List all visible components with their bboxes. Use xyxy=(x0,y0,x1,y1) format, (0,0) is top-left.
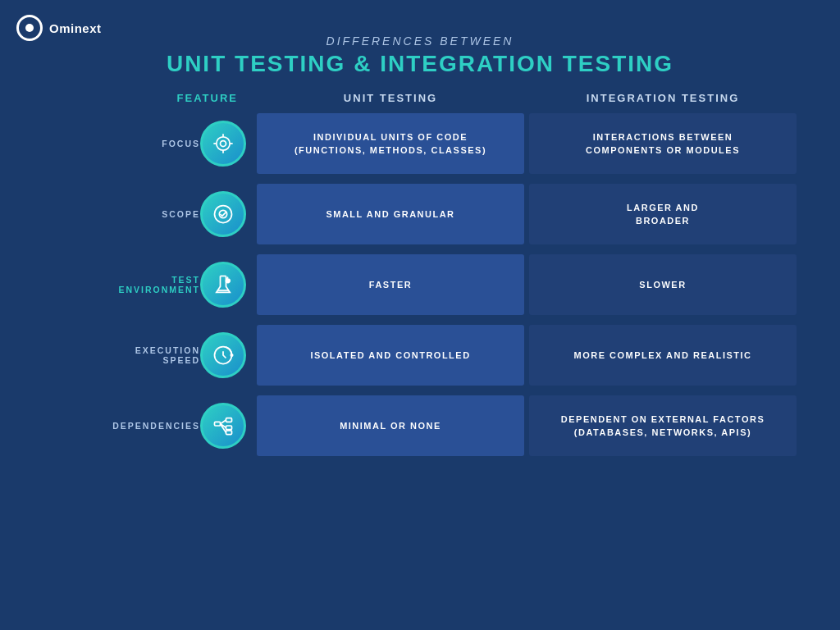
integration-text-scope: LARGER ANDBROADER xyxy=(627,201,699,228)
logo: Ominext xyxy=(16,15,102,41)
svg-point-10 xyxy=(231,354,232,356)
svg-point-0 xyxy=(221,141,226,147)
integration-cell-focus: INTERACTIONS BETWEENCOMPONENTS OR MODULE… xyxy=(529,113,797,174)
page-header: DIFFERENCES BETWEEN UNIT TESTING & INTEG… xyxy=(0,0,840,77)
svg-rect-12 xyxy=(226,418,232,422)
integration-cell-dependencies: DEPENDENT ON EXTERNAL FACTORS(DATABASES,… xyxy=(529,395,797,456)
unit-text-dependencies: MINIMAL OR NONE xyxy=(340,419,441,433)
column-headers: FEATURE UNIT TESTING INTEGRATION TESTING xyxy=(41,92,799,104)
svg-rect-14 xyxy=(226,431,232,435)
integration-text-execution-speed: MORE COMPLEX AND REALISTIC xyxy=(573,349,751,363)
table-row: TESTENVIRONMENT FASTER SLOWER xyxy=(41,252,799,317)
col-header-feature: FEATURE xyxy=(90,92,254,104)
table-row: SCOPE SMALL AND GRANULAR LARGER ANDBROAD… xyxy=(41,181,799,247)
integration-text-test-environment: SLOWER xyxy=(639,278,686,292)
header-title: UNIT TESTING & INTEGRATION TESTING xyxy=(0,51,840,77)
table-rows: FOCUS INDIVIDUAL UNITS OF CODE(FUNCTIONS… xyxy=(41,111,799,459)
col-header-integration: INTEGRATION TESTING xyxy=(527,92,799,104)
unit-cell-scope: SMALL AND GRANULAR xyxy=(257,184,524,244)
icon-focus xyxy=(200,121,246,167)
unit-cell-focus: INDIVIDUAL UNITS OF CODE(FUNCTIONS, METH… xyxy=(257,113,524,174)
feature-label-execution-speed: EXECUTIONSPEED xyxy=(126,345,200,365)
feature-label-focus: FOCUS xyxy=(126,139,200,148)
svg-point-8 xyxy=(226,279,231,283)
comparison-table: FEATURE UNIT TESTING INTEGRATION TESTING… xyxy=(41,92,799,459)
feature-label-scope: SCOPE xyxy=(126,209,200,219)
icon-dependencies xyxy=(200,403,246,449)
integration-cell-execution-speed: MORE COMPLEX AND REALISTIC xyxy=(529,325,797,386)
integration-text-focus: INTERACTIONS BETWEENCOMPONENTS OR MODULE… xyxy=(586,130,740,158)
logo-text: Ominext xyxy=(49,21,102,35)
unit-cell-execution-speed: ISOLATED AND CONTROLLED xyxy=(257,325,524,386)
unit-text-execution-speed: ISOLATED AND CONTROLLED xyxy=(310,349,470,363)
feature-label-dependencies: DEPENDENCIES xyxy=(112,421,200,431)
svg-line-15 xyxy=(221,420,226,424)
col-header-unit: UNIT TESTING xyxy=(254,92,527,104)
svg-rect-13 xyxy=(226,426,232,430)
feature-cell-test-environment: TESTENVIRONMENT xyxy=(41,262,254,308)
table-row: DEPENDENCIES MINIMAL OR NONE DEPENDENT O… xyxy=(41,393,799,459)
svg-point-1 xyxy=(217,137,230,150)
integration-text-dependencies: DEPENDENT ON EXTERNAL FACTORS(DATABASES,… xyxy=(561,413,765,440)
feature-cell-scope: SCOPE xyxy=(41,191,254,237)
icon-scope xyxy=(200,191,246,237)
unit-cell-dependencies: MINIMAL OR NONE xyxy=(257,395,524,456)
logo-icon xyxy=(16,15,43,41)
icon-execution-speed xyxy=(200,332,246,378)
feature-cell-focus: FOCUS xyxy=(41,121,254,167)
header-subtitle: DIFFERENCES BETWEEN xyxy=(0,34,840,48)
unit-cell-test-environment: FASTER xyxy=(257,254,524,315)
table-row: EXECUTIONSPEED ISOLATED AND CONTROLLED M… xyxy=(41,322,799,388)
feature-cell-dependencies: DEPENDENCIES xyxy=(41,403,254,449)
icon-test-environment xyxy=(200,262,246,308)
table-row: FOCUS INDIVIDUAL UNITS OF CODE(FUNCTIONS… xyxy=(41,111,799,176)
unit-text-scope: SMALL AND GRANULAR xyxy=(326,208,454,221)
unit-text-focus: INDIVIDUAL UNITS OF CODE(FUNCTIONS, METH… xyxy=(294,130,486,158)
svg-rect-11 xyxy=(215,422,221,426)
feature-cell-execution-speed: EXECUTIONSPEED xyxy=(41,332,254,378)
integration-cell-scope: LARGER ANDBROADER xyxy=(529,184,797,244)
feature-label-test-environment: TESTENVIRONMENT xyxy=(118,275,200,294)
integration-cell-test-environment: SLOWER xyxy=(529,254,797,315)
unit-text-test-environment: FASTER xyxy=(369,278,412,292)
